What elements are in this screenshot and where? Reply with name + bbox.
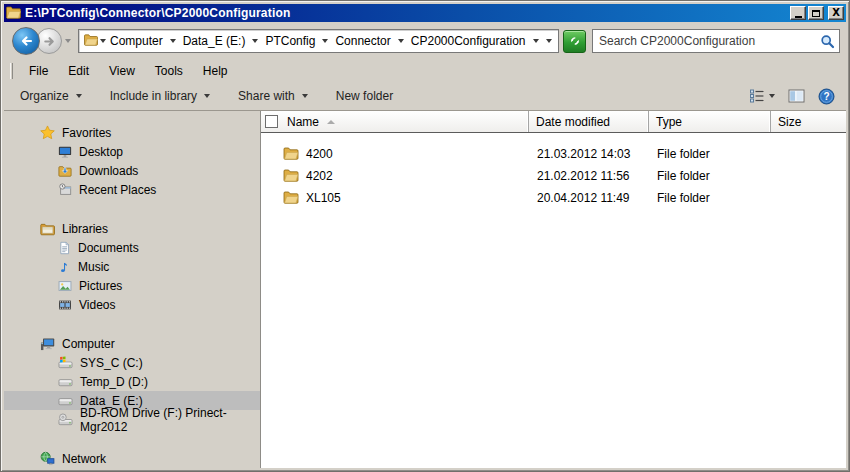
address-bar[interactable]: Computer Data_E (E:) PTConfig Connector … xyxy=(78,29,559,53)
file-date-modified: 21.02.2012 11:56 xyxy=(529,169,649,183)
list-view-icon xyxy=(749,88,765,104)
breadcrumb-computer[interactable]: Computer xyxy=(106,30,179,52)
select-all-checkbox[interactable] xyxy=(265,115,278,128)
sidebar-item-temp-d-drive[interactable]: Temp_D (D:) xyxy=(4,372,260,391)
chevron-down-icon xyxy=(204,94,210,98)
share-with-button[interactable]: Share with xyxy=(230,84,316,108)
file-date-modified: 21.03.2012 14:03 xyxy=(529,147,649,161)
sidebar-item-music[interactable]: Music xyxy=(4,257,260,276)
sidebar-item-documents[interactable]: Documents xyxy=(4,238,260,257)
command-toolbar: Organize Include in library Share with N… xyxy=(4,82,846,111)
column-label: Type xyxy=(656,115,682,129)
sidebar-item-sys-c-drive[interactable]: SYS_C (C:) xyxy=(4,353,260,372)
sidebar-item-videos[interactable]: Videos xyxy=(4,295,260,314)
include-in-library-button[interactable]: Include in library xyxy=(102,84,218,108)
sidebar-item-label: Documents xyxy=(78,241,139,255)
sidebar-group-favorites: Favorites Desktop Downloads xyxy=(4,123,260,199)
svg-text:?: ? xyxy=(823,91,829,102)
column-header-date-modified[interactable]: Date modified xyxy=(529,111,649,132)
navigation-bar: Computer Data_E (E:) PTConfig Connector … xyxy=(4,22,846,60)
breadcrumb-caret-icon[interactable] xyxy=(398,39,404,43)
column-header-name[interactable]: Name xyxy=(261,111,529,132)
file-name: 4200 xyxy=(306,147,333,161)
maximize-button[interactable] xyxy=(808,6,824,20)
title-bar[interactable]: E:\PTConfig\Connector\CP2000Configuratio… xyxy=(4,4,846,22)
file-type: File folder xyxy=(649,191,771,205)
new-folder-button[interactable]: New folder xyxy=(328,84,401,108)
address-history-caret-icon[interactable] xyxy=(542,39,556,43)
computer-icon xyxy=(40,337,55,351)
sidebar-item-favorites[interactable]: Favorites xyxy=(4,123,260,142)
search-icon xyxy=(820,34,835,49)
menu-edit[interactable]: Edit xyxy=(58,61,99,82)
menu-tools[interactable]: Tools xyxy=(145,61,193,82)
table-row[interactable]: 4200 21.03.2012 14:03 File folder xyxy=(261,143,846,165)
content-area: Favorites Desktop Downloads xyxy=(4,111,846,468)
back-button[interactable] xyxy=(12,27,40,55)
preview-pane-icon xyxy=(788,88,805,104)
maximize-icon xyxy=(812,10,820,17)
breadcrumb-connector[interactable]: Connector xyxy=(331,30,406,52)
menu-help[interactable]: Help xyxy=(193,61,238,82)
file-name: XL105 xyxy=(306,191,341,205)
help-button[interactable]: ? xyxy=(815,86,838,107)
chevron-down-icon xyxy=(76,94,82,98)
close-icon: X xyxy=(832,8,840,18)
chevron-down-icon xyxy=(769,94,775,98)
minimize-icon xyxy=(795,16,802,18)
close-button[interactable]: X xyxy=(828,6,844,20)
sidebar-item-downloads[interactable]: Downloads xyxy=(4,161,260,180)
sidebar-item-label: Recent Places xyxy=(79,183,156,197)
sidebar-group-label: Network xyxy=(62,452,106,466)
breadcrumb-cp2000configuration[interactable]: CP2000Configuration xyxy=(407,30,542,52)
organize-label: Organize xyxy=(20,89,69,103)
sidebar-item-desktop[interactable]: Desktop xyxy=(4,142,260,161)
toolbar-grip[interactable] xyxy=(10,63,13,79)
table-row[interactable]: 4202 21.02.2012 11:56 File folder xyxy=(261,165,846,187)
search-button[interactable] xyxy=(815,30,839,52)
sidebar-item-label: Pictures xyxy=(79,279,122,293)
drive-icon xyxy=(58,375,73,389)
help-icon: ? xyxy=(818,88,835,105)
breadcrumb-caret-icon[interactable] xyxy=(322,39,328,43)
sidebar-item-pictures[interactable]: Pictures xyxy=(4,276,260,295)
refresh-button[interactable] xyxy=(563,30,586,53)
table-row[interactable]: XL105 20.04.2012 11:49 File folder xyxy=(261,187,846,209)
change-view-button[interactable] xyxy=(746,86,778,106)
column-header-size[interactable]: Size xyxy=(771,111,846,132)
sidebar-group-computer: Computer SYS_C (C:) Temp_D (D:) xyxy=(4,334,260,429)
breadcrumb-label: Computer xyxy=(106,34,167,48)
breadcrumb-label: Data_E (E:) xyxy=(179,34,250,48)
sidebar-item-computer[interactable]: Computer xyxy=(4,334,260,353)
preview-pane-button[interactable] xyxy=(785,86,808,106)
window-title: E:\PTConfig\Connector\CP2000Configuratio… xyxy=(25,6,786,20)
minimize-button[interactable] xyxy=(790,6,806,20)
folder-icon xyxy=(283,146,299,163)
menu-view[interactable]: View xyxy=(99,61,145,82)
sidebar-item-libraries[interactable]: Libraries xyxy=(4,219,260,238)
search-box xyxy=(592,29,840,53)
breadcrumb-caret-icon[interactable] xyxy=(252,39,258,43)
organize-button[interactable]: Organize xyxy=(12,84,90,108)
sidebar-item-bdrom-drive[interactable]: BD-ROM Drive (F:) Prinect-Mgr2012 xyxy=(4,410,260,429)
breadcrumb-ptconfig[interactable]: PTConfig xyxy=(261,30,331,52)
breadcrumb-data-e[interactable]: Data_E (E:) xyxy=(179,30,262,52)
recent-pages-caret-icon[interactable] xyxy=(65,39,71,43)
menu-file[interactable]: File xyxy=(19,61,58,82)
sidebar-item-recent-places[interactable]: Recent Places xyxy=(4,180,260,199)
breadcrumb-caret-icon[interactable] xyxy=(170,39,176,43)
search-input[interactable] xyxy=(593,30,815,52)
folder-icon xyxy=(84,33,98,49)
sidebar-group-network: Network xyxy=(4,449,260,468)
sidebar-item-network[interactable]: Network xyxy=(4,449,260,468)
sidebar-item-label: Desktop xyxy=(79,145,123,159)
network-icon xyxy=(40,451,55,466)
sidebar-group-label: Computer xyxy=(62,337,115,351)
explorer-window: E:\PTConfig\Connector\CP2000Configuratio… xyxy=(0,0,850,472)
pictures-icon xyxy=(58,279,72,293)
sidebar-item-label: Music xyxy=(78,260,109,274)
system-drive-icon xyxy=(58,356,73,370)
column-header-type[interactable]: Type xyxy=(649,111,771,132)
back-arrow-icon xyxy=(18,33,34,49)
breadcrumb-caret-icon[interactable] xyxy=(533,39,539,43)
